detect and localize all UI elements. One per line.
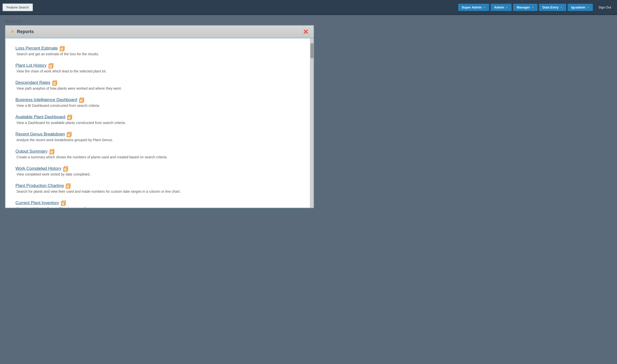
copy-icon: [63, 166, 68, 171]
copy-icon: [52, 80, 57, 85]
copy-icon: [79, 98, 84, 102]
copy-icon: [60, 46, 64, 51]
panel-wrapper: Loss Percent Estimate Search and get an …: [5, 38, 313, 208]
report-item: Business Intelligence Dashboard View a B…: [15, 97, 300, 108]
report-item: Current Plant Inventory Search and View …: [15, 200, 300, 208]
report-link-business-intelligence-dashboard[interactable]: Business Intelligence Dashboard: [15, 97, 300, 102]
report-link-work-completed-history[interactable]: Work Completed History: [15, 166, 300, 171]
copy-icon: [67, 115, 72, 119]
nav-menu-arrow-icon: ▼: [483, 6, 486, 9]
report-item: Work Completed History View completed wo…: [15, 166, 300, 176]
copy-icon: [50, 149, 54, 154]
scrollbar-track[interactable]: [310, 38, 313, 208]
feature-search-button[interactable]: Feature Search: [2, 3, 33, 11]
report-item: Output Summary Create a summary which sh…: [15, 149, 300, 159]
nav-menu-data-entry[interactable]: Data Entry ▼: [539, 4, 566, 11]
back-to-list-link[interactable]: Back to List: [5, 19, 612, 23]
nav-menu-arrow-icon: ▼: [560, 6, 563, 9]
report-link-plant-lot-history[interactable]: Plant Lot History: [15, 63, 300, 68]
copy-icon: [61, 201, 66, 205]
report-description: Search for plants and view their used an…: [15, 189, 300, 193]
report-item: Plant Lot History View the chain of work…: [15, 63, 300, 73]
report-description: Search and get an estimate of the loss f…: [15, 52, 300, 56]
toggle-arrow-icon[interactable]: ▼: [10, 30, 14, 34]
report-description: View a BI Dashboard constructed from sea…: [15, 104, 300, 108]
report-link-recent-genus-breakdown[interactable]: Recent Genus Breakdown: [15, 132, 300, 137]
report-link-output-summary[interactable]: Output Summary: [15, 149, 300, 154]
nav-menu-manager[interactable]: Manager ▼: [513, 4, 537, 11]
report-link-descendant-rates[interactable]: Descendant Rates: [15, 80, 300, 85]
sign-out-button[interactable]: Sign Out: [595, 4, 615, 11]
main-area: Back to List ▼ Reports ✕ Loss Percent Es…: [0, 15, 617, 212]
reports-panel-header: ▼ Reports: [5, 26, 313, 38]
scrollbar-thumb[interactable]: [310, 43, 313, 58]
reports-body: Loss Percent Estimate Search and get an …: [5, 38, 310, 208]
report-description: View a Dashboard for available plants co…: [15, 121, 300, 125]
nav-menu-arrow-icon: ▼: [532, 6, 534, 9]
nav-menu-arrow-icon: ▼: [506, 6, 508, 9]
report-item: Available Plant Dashboard View a Dashboa…: [15, 115, 300, 125]
report-link-available-plant-dashboard[interactable]: Available Plant Dashboard: [15, 115, 300, 120]
report-description: Search and View a Current Plant Inventor…: [15, 207, 300, 208]
report-link-plant-production-charting[interactable]: Plant Production Charting: [15, 183, 300, 188]
nav-menu-tgcadmin[interactable]: tgcadmin ▼: [568, 4, 593, 11]
report-item: Descendant Rates View path anaylsis of h…: [15, 80, 300, 90]
report-item: Loss Percent Estimate Search and get an …: [15, 46, 300, 56]
report-link-loss-percent-estimate[interactable]: Loss Percent Estimate: [15, 46, 300, 51]
report-description: View path anaylsis of how plants were wo…: [15, 86, 300, 90]
top-navigation: Feature Search Super Admin ▼Admin ▼Manag…: [0, 0, 617, 15]
panel-inner: Loss Percent Estimate Search and get an …: [5, 38, 310, 208]
report-description: Analyze the recent work breakdowns group…: [15, 138, 300, 142]
copy-icon: [49, 63, 53, 68]
nav-menus: Super Admin ▼Admin ▼Manager ▼Data Entry …: [458, 4, 593, 11]
copy-icon: [67, 132, 71, 136]
report-description: View completed work sorted by date compl…: [15, 172, 300, 176]
report-link-current-plant-inventory[interactable]: Current Plant Inventory: [15, 200, 300, 205]
close-button[interactable]: ✕: [303, 29, 308, 36]
report-description: Create a summary which shows the numbers…: [15, 155, 300, 159]
report-item: Plant Production Charting Search for pla…: [15, 183, 300, 193]
nav-menu-arrow-icon: ▼: [587, 6, 590, 9]
reports-panel-title: Reports: [17, 29, 34, 34]
report-description: View the chain of work which lead to the…: [15, 69, 300, 73]
nav-menu-admin[interactable]: Admin ▼: [491, 4, 512, 11]
nav-menu-super-admin[interactable]: Super Admin ▼: [458, 4, 489, 11]
copy-icon: [66, 183, 70, 188]
reports-panel: ▼ Reports ✕ Loss Percent Estimate Search…: [5, 25, 314, 208]
report-item: Recent Genus Breakdown Analyze the recen…: [15, 132, 300, 142]
